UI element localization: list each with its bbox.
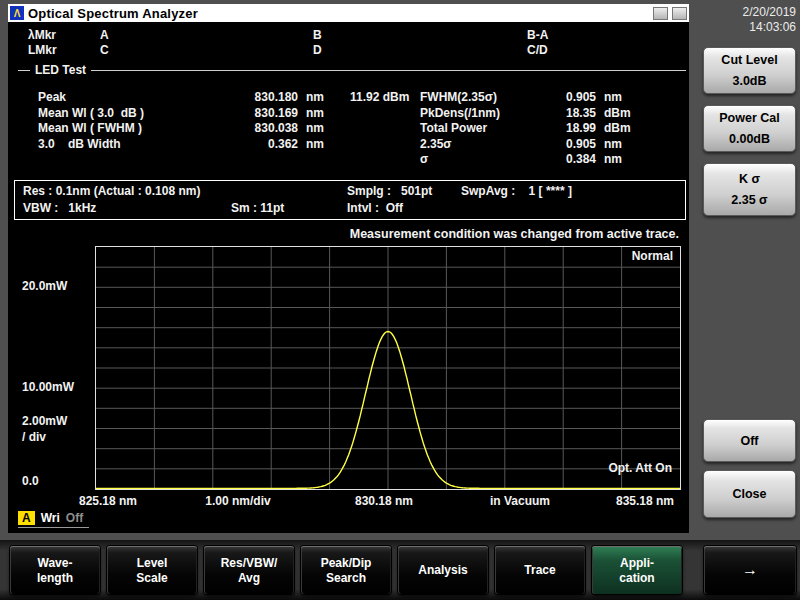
meas-value: 0.362	[218, 137, 298, 153]
softkey-label: Close	[732, 487, 766, 501]
x-axis-start: 825.18 nm	[58, 494, 158, 508]
meas-unit: nm	[298, 90, 334, 106]
x-axis-div: 1.00 nm/div	[188, 494, 288, 508]
fkey-label: cation	[619, 571, 654, 585]
meas-label: Total Power	[420, 121, 550, 137]
marker-c: C	[100, 43, 109, 57]
softkey-value: 2.35 σ	[731, 193, 767, 207]
softkey-cut-level[interactable]: Cut Level 3.0dB	[703, 47, 796, 94]
meas-label: 2.35σ	[420, 137, 550, 153]
trace-off-state: Off	[66, 511, 83, 525]
x-axis-stop: 835.18 nm	[595, 494, 695, 508]
fkey-label: Appli-	[620, 556, 654, 570]
meas-label: 3.0 dB Width	[38, 137, 218, 153]
fkey-label: Search	[326, 571, 366, 585]
meas-unit: nm	[596, 137, 640, 153]
softkey-label: K σ	[739, 172, 760, 186]
y-axis-label-10mw: 10.00mW	[22, 380, 74, 394]
meas-label: σ	[420, 152, 550, 168]
fkey-label: Avg	[238, 571, 260, 585]
softkey-value: 0.00dB	[729, 132, 770, 146]
fkey-res-vbw-avg[interactable]: Res/VBW/ Avg	[204, 546, 294, 594]
function-key-strip: Wave- length Level Scale Res/VBW/ Avg Pe…	[0, 540, 800, 600]
softkey-power-cal[interactable]: Power Cal 0.00dB	[703, 105, 796, 152]
y-axis-scale-per-div: / div	[22, 430, 46, 444]
softkey-label: Cut Level	[721, 53, 777, 67]
meas-value: 18.35	[550, 106, 596, 122]
fkey-level-scale[interactable]: Level Scale	[107, 546, 197, 594]
meas-value: 830.180	[218, 90, 298, 106]
softkey-value: 3.0dB	[732, 74, 766, 88]
fkey-wavelength[interactable]: Wave- length	[10, 546, 100, 594]
softkey-off[interactable]: Off	[703, 419, 796, 462]
meas-unit: dBm	[596, 106, 640, 122]
meas-unit: nm	[596, 152, 640, 168]
sweep-average-setting: SwpAvg : 1 [ **** ]	[461, 184, 572, 198]
fkey-label: Wave-	[38, 556, 73, 570]
y-axis-label-0: 0.0	[22, 474, 39, 488]
fkey-label: Peak/Dip	[321, 556, 372, 570]
minimize-button[interactable]	[653, 7, 668, 20]
trace-a-badge[interactable]: A	[18, 511, 35, 525]
osa-screen: Λ Optical Spectrum Analyzer 2/20/2019 14…	[0, 0, 800, 600]
time-text: 14:03:06	[692, 20, 796, 35]
meas-unit: nm	[298, 106, 334, 122]
meas-unit: nm	[596, 90, 640, 106]
fkey-more-arrow[interactable]: →	[704, 546, 796, 594]
marker-b-a: B-A	[527, 28, 548, 42]
analysis-section-title: LED Test	[30, 63, 91, 77]
resolution-setting: Res : 0.1nm (Actual : 0.108 nm)	[23, 184, 200, 198]
date-text: 2/20/2019	[692, 5, 796, 20]
softkey-k-sigma[interactable]: K σ 2.35 σ	[703, 163, 796, 216]
fkey-label: Analysis	[418, 563, 467, 577]
meas-unit: nm	[298, 137, 334, 153]
maximize-button[interactable]	[672, 7, 687, 20]
sampling-setting: Smplg : 501pt	[347, 184, 432, 198]
marker-a: A	[100, 28, 109, 42]
fkey-label: Trace	[524, 563, 555, 577]
window-titlebar: Λ Optical Spectrum Analyzer	[8, 4, 689, 22]
meas-value: 0.905	[550, 90, 596, 106]
trace-status-indicator[interactable]: A Wri Off	[18, 511, 89, 528]
meas-label: FWHM(2.35σ)	[420, 90, 550, 106]
meas-label: Mean Wl ( FWHM )	[38, 121, 218, 137]
fkey-label: Level	[137, 556, 168, 570]
analysis-results-right: FWHM(2.35σ) 0.905 nm PkDens(/1nm) 18.35 …	[420, 90, 640, 168]
fkey-label: Res/VBW/	[221, 556, 278, 570]
warning-message: Measurement condition was changed from a…	[350, 227, 679, 241]
analysis-results-left: Peak 830.180 nm 11.92 dBm Mean Wl ( 3.0 …	[38, 90, 409, 152]
meas-unit: dBm	[596, 121, 640, 137]
fkey-analysis[interactable]: Analysis	[398, 546, 488, 594]
spectrum-trace	[96, 247, 680, 489]
spectrum-chart: Normal Opt. Att On	[95, 246, 681, 490]
fkey-application[interactable]: Appli- cation	[592, 546, 682, 594]
fkey-trace[interactable]: Trace	[495, 546, 585, 594]
marker-d: D	[313, 43, 322, 57]
meas-label: PkDens(/1nm)	[420, 106, 550, 122]
softkey-label: Off	[740, 434, 758, 448]
marker-wavelength-label: λMkr	[28, 28, 56, 42]
y-axis-label-20mw: 20.0mW	[22, 279, 67, 293]
meas-value2	[334, 137, 409, 153]
smoothing-setting: Sm : 11pt	[231, 201, 284, 215]
marker-b: B	[313, 28, 322, 42]
meas-value: 18.99	[550, 121, 596, 137]
meas-value: 830.038	[218, 121, 298, 137]
vbw-setting: VBW : 1kHz	[23, 201, 96, 215]
y-axis-scale: 2.00mW	[22, 414, 67, 428]
fkey-label: length	[37, 571, 73, 585]
trace-write-mode: Wri	[41, 511, 60, 525]
optical-attenuator-status: Opt. Att On	[608, 461, 672, 475]
meas-value2	[334, 106, 409, 122]
meas-value: 830.169	[218, 106, 298, 122]
marker-level-label: LMkr	[28, 43, 57, 57]
main-display: λMkr A B B-A LMkr C D C/D LED Test Peak …	[8, 22, 689, 533]
softkey-label: Power Cal	[719, 111, 779, 125]
section-divider	[18, 70, 686, 71]
fkey-label: Scale	[136, 571, 167, 585]
fkey-peak-dip-search[interactable]: Peak/Dip Search	[301, 546, 391, 594]
datetime-display: 2/20/2019 14:03:06	[692, 5, 796, 35]
softkey-close[interactable]: Close	[703, 470, 796, 518]
meas-value: 0.905	[550, 137, 596, 153]
display-mode-label: Normal	[632, 249, 673, 263]
